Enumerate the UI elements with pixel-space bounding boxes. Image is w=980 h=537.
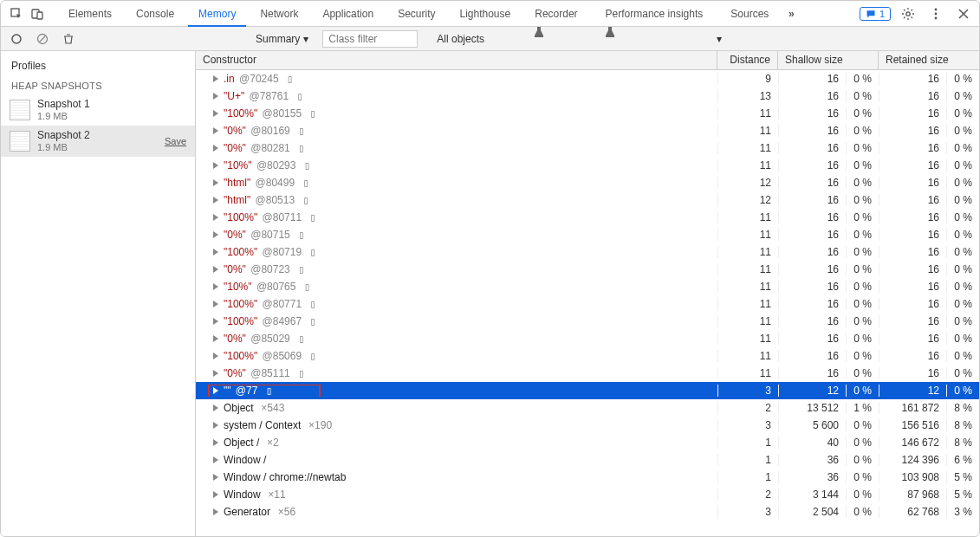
table-row[interactable]: Generator ×56 3 2 504 0 % 62 768 3 % (196, 503, 979, 521)
table-row[interactable]: .in @70245 ▯ 9 16 0 % 16 0 % (196, 70, 979, 87)
expand-triangle-icon[interactable] (213, 508, 218, 515)
object-id: @80169 (248, 125, 290, 137)
table-row[interactable]: "100%" @80719 ▯ 11 16 0 % 16 0 % (196, 243, 979, 261)
expand-triangle-icon[interactable] (213, 283, 218, 290)
table-row[interactable]: Window ×11 2 3 144 0 % 87 968 5 % (196, 486, 979, 503)
retainer-icon: ▯ (303, 315, 315, 327)
col-retained[interactable]: Retained size (879, 51, 979, 69)
object-id: @80765 (254, 281, 296, 293)
tab-elements[interactable]: Elements (56, 1, 124, 27)
tab-performance-insights[interactable]: Performance insights (594, 1, 719, 27)
tab-memory[interactable]: Memory (186, 1, 248, 27)
tab-lighthouse[interactable]: Lighthouse (448, 1, 523, 27)
expand-triangle-icon[interactable] (213, 162, 218, 169)
col-constructor[interactable]: Constructor (196, 51, 717, 69)
snapshot-item[interactable]: Snapshot 2 1.9 MB Save (1, 126, 195, 157)
cell-distance: 2 (717, 488, 778, 501)
expand-triangle-icon[interactable] (213, 439, 218, 446)
table-row[interactable]: "html" @80499 ▯ 12 16 0 % 16 0 % (196, 174, 979, 191)
view-select[interactable]: Summary ▾ (250, 31, 314, 47)
expand-triangle-icon[interactable] (213, 197, 218, 204)
table-row[interactable]: "100%" @80711 ▯ 11 16 0 % 16 0 % (196, 209, 979, 226)
table-row[interactable]: system / Context ×190 3 5 600 0 % 156 51… (196, 417, 979, 434)
expand-triangle-icon[interactable] (213, 179, 218, 186)
table-row[interactable]: Window / chrome://newtab 1 36 0 % 103 90… (196, 469, 979, 486)
cell-distance: 11 (717, 281, 778, 293)
expand-triangle-icon[interactable] (213, 404, 218, 411)
table-row[interactable]: "0%" @85029 ▯ 11 16 0 % 16 0 % (196, 330, 979, 347)
expand-triangle-icon[interactable] (213, 93, 218, 100)
table-row[interactable]: "0%" @80281 ▯ 11 16 0 % 16 0 % (196, 139, 979, 157)
table-row[interactable]: "0%" @85111 ▯ 11 16 0 % 16 0 % (196, 365, 979, 382)
cell-retained-pct: 0 % (946, 159, 979, 171)
tab-console[interactable]: Console (124, 1, 186, 27)
messages-badge[interactable]: 1 (860, 7, 891, 21)
tab-sources[interactable]: Sources (718, 1, 781, 27)
col-distance[interactable]: Distance (717, 51, 778, 69)
more-tabs-icon[interactable]: » (781, 3, 802, 24)
object-id: @78761 (246, 90, 289, 102)
expand-triangle-icon[interactable] (213, 318, 218, 325)
delete-icon[interactable] (60, 30, 77, 48)
clear-icon[interactable] (34, 30, 51, 48)
expand-triangle-icon[interactable] (213, 127, 218, 134)
table-row[interactable]: "0%" @80169 ▯ 11 16 0 % 16 0 % (196, 122, 979, 139)
expand-triangle-icon[interactable] (213, 422, 218, 429)
expand-triangle-icon[interactable] (213, 110, 218, 117)
table-row[interactable]: Object / ×2 1 40 0 % 146 672 8 % (196, 434, 979, 451)
cell-retained-pct: 0 % (946, 142, 979, 154)
expand-triangle-icon[interactable] (213, 145, 218, 152)
snapshot-item[interactable]: Snapshot 1 1.9 MB (1, 94, 195, 126)
inspect-element-icon[interactable] (6, 3, 27, 24)
expand-triangle-icon[interactable] (213, 491, 218, 498)
table-row[interactable]: "100%" @80155 ▯ 11 16 0 % 16 0 % (196, 105, 979, 122)
expand-triangle-icon[interactable] (213, 301, 218, 307)
record-icon[interactable] (8, 30, 25, 48)
table-row[interactable]: "0%" @80723 ▯ 11 16 0 % 16 0 % (196, 261, 979, 278)
class-filter-input[interactable] (322, 30, 418, 48)
expand-triangle-icon[interactable] (213, 474, 218, 481)
expand-triangle-icon[interactable] (213, 231, 218, 238)
cell-distance: 11 (717, 125, 778, 137)
expand-triangle-icon[interactable] (213, 214, 218, 221)
string-value: "html" (224, 177, 250, 189)
cell-shallow-pct: 0 % (846, 142, 879, 154)
table-row[interactable]: "html" @80513 ▯ 12 16 0 % 16 0 % (196, 191, 979, 209)
expand-triangle-icon[interactable] (213, 353, 218, 359)
retainer-icon: ▯ (292, 142, 304, 154)
table-row[interactable]: Window / 1 36 0 % 124 396 6 % (196, 451, 979, 469)
table-row[interactable]: "100%" @85069 ▯ 11 16 0 % 16 0 % (196, 347, 979, 365)
cell-shallow-pct: 0 % (846, 471, 879, 483)
tab-security[interactable]: Security (386, 1, 447, 27)
col-shallow[interactable]: Shallow size (778, 51, 879, 69)
table-row[interactable]: "U+" @78761 ▯ 13 16 0 % 16 0 % (196, 87, 979, 105)
memory-toolbar: Summary ▾ All objects ▾ (1, 27, 979, 51)
expand-triangle-icon[interactable] (213, 249, 218, 256)
expand-triangle-icon[interactable] (213, 387, 218, 394)
snapshot-size: 1.9 MB (37, 141, 158, 153)
save-link[interactable]: Save (165, 136, 186, 146)
expand-triangle-icon[interactable] (213, 75, 218, 82)
table-row[interactable]: "10%" @80765 ▯ 11 16 0 % 16 0 % (196, 278, 979, 295)
table-row[interactable]: "100%" @80771 ▯ 11 16 0 % 16 0 % (196, 295, 979, 313)
expand-triangle-icon[interactable] (213, 456, 218, 463)
string-value: "0%" (224, 333, 246, 345)
kebab-menu-icon[interactable] (925, 3, 946, 24)
table-row[interactable]: "10%" @80293 ▯ 11 16 0 % 16 0 % (196, 157, 979, 174)
table-row[interactable]: "100%" @84967 ▯ 11 16 0 % 16 0 % (196, 313, 979, 330)
expand-triangle-icon[interactable] (213, 370, 218, 377)
flask-icon (535, 27, 581, 37)
cell-distance: 13 (717, 90, 778, 102)
tab-network[interactable]: Network (248, 1, 310, 27)
table-row[interactable]: "0%" @80715 ▯ 11 16 0 % 16 0 % (196, 226, 979, 243)
device-toggle-icon[interactable] (27, 3, 48, 24)
expand-triangle-icon[interactable] (213, 266, 218, 273)
cell-distance: 11 (717, 107, 778, 120)
table-row[interactable]: Object ×543 2 13 512 1 % 161 872 8 % (196, 399, 979, 417)
close-icon[interactable] (953, 3, 974, 24)
expand-triangle-icon[interactable] (213, 335, 218, 342)
tab-application[interactable]: Application (310, 1, 386, 27)
table-row[interactable]: "" @77 ▯ 3 12 0 % 12 0 % (196, 382, 979, 399)
tab-recorder[interactable]: Recorder (522, 1, 593, 27)
settings-icon[interactable] (898, 3, 918, 24)
